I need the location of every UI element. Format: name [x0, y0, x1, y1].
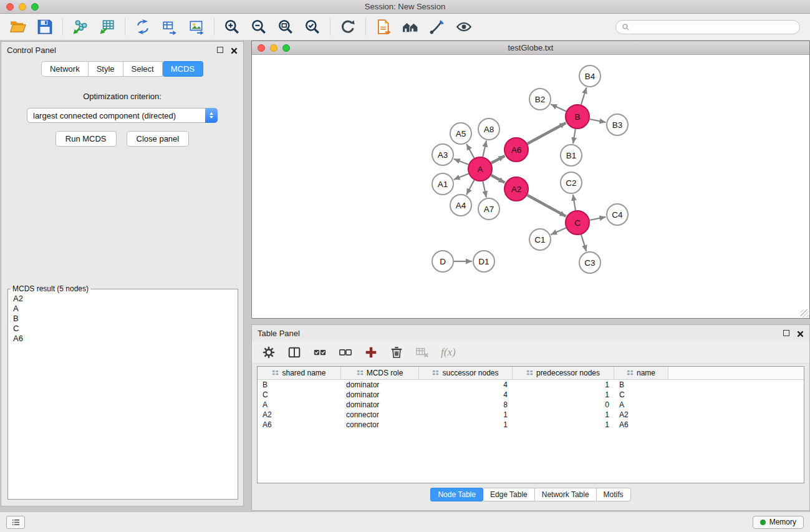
graph-node-C1[interactable]: C1: [529, 229, 551, 250]
close-panel-button[interactable]: Close panel: [127, 131, 190, 147]
graph-node-A3[interactable]: A3: [432, 144, 453, 165]
add-icon[interactable]: [364, 346, 378, 359]
table-row[interactable]: Bdominator41B: [258, 380, 804, 390]
column-header-name[interactable]: name: [614, 367, 668, 379]
search-box[interactable]: [615, 20, 800, 34]
graph-edge-B-B1[interactable]: [573, 129, 576, 144]
table-row[interactable]: Cdominator41C: [258, 390, 804, 400]
tab-style[interactable]: Style: [89, 61, 123, 77]
network-transfer-icon[interactable]: [135, 19, 151, 35]
graph-node-C4[interactable]: C4: [607, 204, 628, 225]
refresh-icon[interactable]: [340, 19, 356, 35]
columns-icon[interactable]: [287, 346, 301, 359]
graph-node-B4[interactable]: B4: [579, 65, 600, 87]
memory-button[interactable]: Memory: [753, 516, 804, 529]
network-minimize-icon[interactable]: [270, 44, 277, 52]
tab-mcds[interactable]: MCDS: [163, 61, 203, 77]
delete-table-icon[interactable]: [415, 346, 429, 359]
zoom-in-icon[interactable]: [224, 19, 240, 35]
network-window-titlebar[interactable]: testGlobe.txt: [252, 41, 809, 55]
graph-node-D[interactable]: D: [432, 251, 453, 272]
network-close-icon[interactable]: [258, 44, 265, 52]
eye-icon[interactable]: [456, 19, 472, 35]
result-list-item[interactable]: A6: [8, 334, 238, 344]
open-folder-icon[interactable]: [10, 19, 26, 35]
select-all-icon[interactable]: [313, 346, 327, 359]
float-panel-icon[interactable]: [217, 47, 223, 53]
graph-edge-C-C2[interactable]: [573, 195, 576, 210]
graph-node-B1[interactable]: B1: [561, 145, 582, 166]
close-table-panel-icon[interactable]: [797, 330, 804, 337]
column-header-successor-nodes[interactable]: successor nodes: [419, 367, 513, 379]
search-input[interactable]: [633, 22, 794, 31]
graph-node-C[interactable]: C: [566, 211, 589, 235]
graph-node-A5[interactable]: A5: [450, 123, 471, 144]
resize-grip[interactable]: [801, 309, 809, 317]
column-header-predecessor-nodes[interactable]: predecessor nodes: [513, 367, 614, 379]
graph-node-A1[interactable]: A1: [432, 173, 453, 195]
settings-gear-icon[interactable]: [262, 346, 276, 359]
graph-edge-A-A7[interactable]: [483, 181, 486, 198]
graph-edge-C-C1[interactable]: [551, 228, 566, 235]
graph-node-D1[interactable]: D1: [473, 251, 494, 272]
graph-node-B3[interactable]: B3: [607, 114, 628, 135]
graph-edge-A2-C[interactable]: [528, 195, 566, 216]
task-history-button[interactable]: [6, 516, 25, 529]
import-table-file-icon[interactable]: [99, 19, 115, 35]
vizmapper-icon[interactable]: [429, 19, 445, 35]
column-header-mcds-role[interactable]: MCDS role: [341, 367, 419, 379]
table-transfer-icon[interactable]: [162, 19, 178, 35]
graph-edge-A-A6[interactable]: [491, 156, 505, 163]
graph-node-A[interactable]: A: [468, 157, 492, 181]
graph-node-A7[interactable]: A7: [478, 198, 499, 220]
graph-edge-B-B2[interactable]: [551, 104, 566, 112]
column-header-shared-name[interactable]: shared name: [258, 367, 341, 379]
graph-edge-A-A8[interactable]: [483, 141, 486, 157]
graph-edge-A-A2[interactable]: [491, 175, 505, 183]
graph-node-A2[interactable]: A2: [504, 177, 528, 201]
zoom-selected-icon[interactable]: [304, 19, 321, 35]
function-builder-icon[interactable]: f(x): [441, 346, 456, 359]
graph-node-A4[interactable]: A4: [450, 195, 471, 216]
graph-edge-C-C3[interactable]: [581, 235, 586, 251]
close-window-icon[interactable]: [6, 3, 14, 11]
zoom-fit-icon[interactable]: [277, 19, 294, 35]
graph-node-B[interactable]: B: [566, 105, 589, 128]
export-image-icon[interactable]: [188, 19, 205, 35]
unselect-all-icon[interactable]: [339, 346, 352, 359]
optimization-dropdown[interactable]: largest connected component (directed): [27, 108, 218, 123]
graph-node-A8[interactable]: A8: [478, 118, 499, 140]
home-icon[interactable]: [402, 19, 418, 35]
graph-node-A6[interactable]: A6: [504, 138, 528, 162]
graph-edge-A6-B[interactable]: [528, 123, 566, 144]
zoom-window-icon[interactable]: [31, 3, 39, 11]
graph-edge-A-A5[interactable]: [466, 144, 474, 158]
table-row[interactable]: A2connector11A2: [258, 410, 804, 420]
table-row[interactable]: Adominator80A: [258, 400, 804, 410]
graph-node-B2[interactable]: B2: [529, 89, 551, 110]
table-row[interactable]: A6connector11A6: [258, 420, 804, 430]
graph-node-C3[interactable]: C3: [579, 252, 600, 273]
result-list-item[interactable]: A: [8, 304, 238, 314]
graph-edge-A-A1[interactable]: [454, 173, 469, 180]
network-zoom-icon[interactable]: [282, 44, 290, 52]
float-table-panel-icon[interactable]: [783, 330, 789, 336]
graph-edge-A-A3[interactable]: [454, 159, 469, 165]
result-list-item[interactable]: A2: [8, 294, 238, 304]
zoom-out-icon[interactable]: [251, 19, 267, 35]
minimize-window-icon[interactable]: [19, 3, 26, 11]
graph-edge-A-A4[interactable]: [466, 180, 475, 195]
network-canvas[interactable]: B4B2BB3A5A8A6B1A3AC2A1A2A4A7C4CC1C3DD1: [252, 55, 809, 318]
tab-network[interactable]: Network: [41, 61, 89, 77]
trash-icon[interactable]: [390, 346, 403, 359]
graph-edge-C-C4[interactable]: [590, 217, 606, 220]
result-list-item[interactable]: B: [8, 314, 238, 324]
graph-edge-B-B4[interactable]: [581, 87, 587, 105]
graph-edge-B-B3[interactable]: [590, 119, 606, 122]
tab-node-table[interactable]: Node Table: [430, 488, 483, 501]
close-panel-icon[interactable]: [231, 47, 238, 54]
tab-edge-table[interactable]: Edge Table: [483, 488, 535, 501]
run-mcds-button[interactable]: Run MCDS: [55, 131, 117, 147]
save-icon[interactable]: [37, 19, 53, 35]
graph-node-C2[interactable]: C2: [561, 172, 582, 193]
